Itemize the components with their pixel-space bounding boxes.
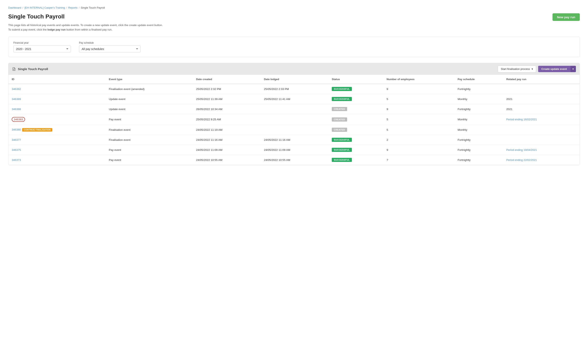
table-row: 346389Update event25/05/2022 11:39 AM25/…	[8, 94, 580, 104]
id-link[interactable]: 346373	[12, 158, 21, 162]
description-line-1: This page lists all historical pay event…	[8, 23, 580, 27]
cell-num-employees: 2	[383, 135, 454, 145]
status-badge: SUCCESSFUL	[332, 148, 352, 152]
breadcrumb-sep-1: /	[23, 6, 23, 9]
cell-pay-schedule: Monthly	[454, 125, 503, 135]
start-finalisation-button[interactable]: Start finalisation process ▾	[498, 65, 536, 72]
create-update-main-button[interactable]: Create update event	[538, 66, 570, 72]
cell-event-type: Finalisation event (amended)	[106, 84, 193, 94]
table-header-title: Single Touch Payroll	[12, 67, 48, 71]
breadcrumb-current: Single Touch Payroll	[81, 6, 105, 9]
table-row: 346383Pay event25/05/2022 9:25 AMCREATED…	[8, 114, 580, 125]
table-row: 346388Update event26/05/2022 10:34 AMCRE…	[8, 104, 580, 114]
breadcrumb-reports[interactable]: Reports	[68, 6, 78, 9]
cell-status: SUCCESSFUL	[328, 94, 383, 104]
breadcrumb-sep-2: /	[66, 6, 67, 9]
cell-event-type: Pay event	[106, 145, 193, 155]
cell-date-lodged: 25/05/2022 2:33 PM	[261, 84, 328, 94]
cell-related-pay-run	[503, 84, 580, 94]
cell-pay-schedule: Fortnightly	[454, 145, 503, 155]
description-text-3: button from within a finalised pay run.	[67, 28, 113, 31]
cell-pay-schedule: Fortnightly	[454, 155, 503, 165]
id-link[interactable]: 346380	[12, 128, 21, 131]
th-date-created: Date created	[193, 75, 261, 84]
cell-date-created: 25/05/2022 2:32 PM	[193, 84, 261, 94]
pay-schedule-select[interactable]: All pay schedules Monthly Fortnightly	[79, 46, 140, 52]
cell-date-created: 24/05/2022 10:55 AM	[193, 155, 261, 165]
th-related-pay-run: Related pay run	[503, 75, 580, 84]
cell-status: CREATED	[328, 125, 383, 135]
cell-id: 346380CONTINUE FINALISATION	[8, 125, 106, 135]
breadcrumb-dashboard[interactable]: Dashboard	[8, 6, 21, 9]
financial-year-label: Financial year	[13, 41, 71, 44]
cell-related-pay-run: 2021	[503, 104, 580, 114]
create-update-caret-button[interactable]: ▾	[570, 66, 576, 72]
id-link-circled[interactable]: 346383	[12, 117, 25, 122]
cell-id: 346389	[8, 94, 106, 104]
table-header-row: ID Event type Date created Date lodged S…	[8, 75, 580, 84]
status-badge: SUCCESSFUL	[332, 97, 352, 101]
cell-id: 346388	[8, 104, 106, 114]
cell-date-created: 26/05/2022 10:34 AM	[193, 104, 261, 114]
cell-num-employees: 9	[383, 84, 454, 94]
financial-year-select[interactable]: 2020 - 2021 2021 - 2022 2019 - 2020	[13, 46, 71, 52]
cell-date-lodged: 24/05/2022 11:09 AM	[261, 145, 328, 155]
id-link[interactable]: 346389	[12, 98, 21, 101]
related-pay-run-link[interactable]: Period ending 16/02/2021	[506, 118, 537, 121]
table-section-title: Single Touch Payroll	[18, 67, 48, 71]
cell-status: CREATED	[328, 114, 383, 125]
th-date-lodged: Date lodged	[261, 75, 328, 84]
cell-pay-schedule: Fortnightly	[454, 104, 503, 114]
cell-event-type: Pay event	[106, 155, 193, 165]
breadcrumb-training[interactable]: [EH INTERNAL] Casper's Training	[24, 6, 65, 9]
cell-date-lodged: 25/05/2022 11:41 AM	[261, 94, 328, 104]
description-line-2: To submit a pay event, click the lodge p…	[8, 27, 580, 32]
cell-event-type: Update event	[106, 94, 193, 104]
cell-related-pay-run: 2021	[503, 94, 580, 104]
status-badge: SUCCESSFUL	[332, 87, 352, 91]
cell-status: SUCCESSFUL	[328, 145, 383, 155]
document-icon	[12, 67, 16, 71]
cell-id: 346375	[8, 145, 106, 155]
new-pay-run-button[interactable]: New pay run	[553, 13, 580, 21]
id-link[interactable]: 346392	[12, 88, 21, 91]
th-event-type: Event type	[106, 75, 193, 84]
cell-related-pay-run	[503, 135, 580, 145]
id-link[interactable]: 346375	[12, 148, 21, 151]
status-badge: CREATED	[332, 128, 347, 132]
cell-event-type: Pay event	[106, 114, 193, 125]
cell-date-created: 24/05/2022 11:19 AM	[193, 125, 261, 135]
cell-status: SUCCESSFUL	[328, 155, 383, 165]
id-link[interactable]: 346377	[12, 138, 21, 141]
cell-related-pay-run: Period ending 22/02/2021	[503, 155, 580, 165]
cell-id: 346392	[8, 84, 106, 94]
pay-schedule-filter-group: Pay schedule All pay schedules Monthly F…	[79, 41, 140, 52]
id-link[interactable]: 346388	[12, 108, 21, 111]
status-badge: SUCCESSFUL	[332, 158, 352, 162]
cell-status: CREATED	[328, 104, 383, 114]
cell-id: 346373	[8, 155, 106, 165]
cell-related-pay-run	[503, 125, 580, 135]
th-status: Status	[328, 75, 383, 84]
th-id: ID	[8, 75, 106, 84]
page-wrapper: Dashboard / [EH INTERNAL] Casper's Train…	[0, 0, 588, 364]
cell-related-pay-run: Period ending 16/02/2021	[503, 114, 580, 125]
cell-id: 346383	[8, 114, 106, 125]
cell-num-employees: 5	[383, 125, 454, 135]
description-bold: lodge pay run	[47, 28, 66, 31]
cell-date-created: 24/05/2022 11:09 AM	[193, 145, 261, 155]
th-pay-schedule: Pay schedule	[454, 75, 503, 84]
table-row: 346373Pay event24/05/2022 10:55 AM24/05/…	[8, 155, 580, 165]
cell-num-employees: 9	[383, 104, 454, 114]
cell-pay-schedule: Monthly	[454, 94, 503, 104]
table-header-actions: Start finalisation process ▾ Create upda…	[498, 65, 576, 72]
cell-num-employees: 9	[383, 145, 454, 155]
table-row: 346377Finalisation event24/05/2022 11:16…	[8, 135, 580, 145]
create-update-button-group: Create update event ▾	[538, 66, 576, 72]
financial-year-filter-group: Financial year 2020 - 2021 2021 - 2022 2…	[13, 41, 71, 52]
chevron-down-icon: ▾	[532, 67, 533, 71]
cell-event-type: Update event	[106, 104, 193, 114]
related-pay-run-link[interactable]: Period ending 19/04/2021	[506, 148, 537, 151]
cell-date-lodged	[261, 104, 328, 114]
related-pay-run-link[interactable]: Period ending 22/02/2021	[506, 158, 537, 162]
